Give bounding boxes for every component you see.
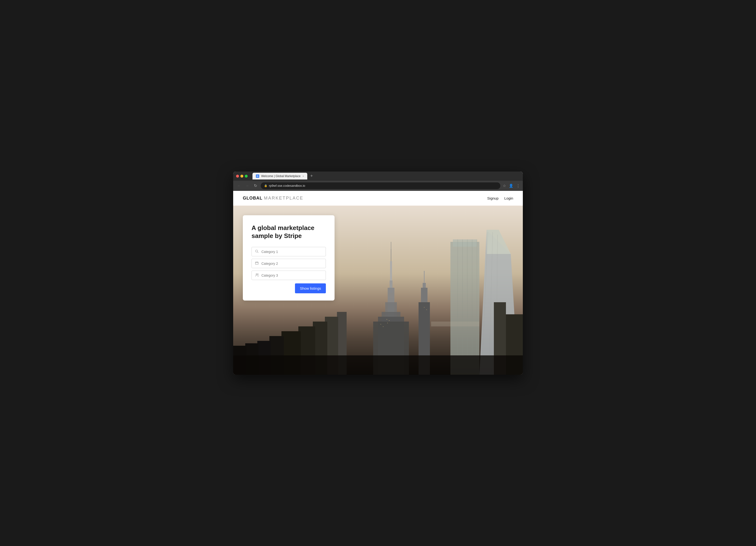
tab-title: Welcome | Global Marketplace [261,174,301,178]
logo-light: MARKETPLACE [264,196,303,200]
svg-rect-48 [255,262,258,264]
svg-rect-37 [431,322,479,327]
svg-point-52 [256,274,257,275]
category2-input[interactable] [261,261,322,265]
svg-line-47 [258,252,259,253]
svg-point-53 [258,274,259,275]
calendar-icon [255,261,259,265]
site-nav: GLOBAL MARKETPLACE Signup Login [233,191,523,205]
category1-input[interactable] [261,250,322,254]
svg-rect-43 [383,327,384,327]
category3-input[interactable] [261,274,322,278]
hero-title: A global marketplace sample by Stripe [252,224,326,240]
nav-links: Signup Login [487,196,513,200]
svg-rect-1 [450,242,479,375]
show-listings-button[interactable]: Show listings [295,284,326,293]
search-card: A global marketplace sample by Stripe [243,215,335,301]
svg-rect-40 [389,320,390,321]
tab-bar: G Welcome | Global Marketplace × + [252,173,315,179]
svg-rect-2 [453,239,477,247]
addressbar: ← → ↻ 🔒 rp9wf.sse.codesandbox.io ☆ 👤 ⋮ [233,181,523,191]
svg-rect-44 [424,307,425,308]
search-form: Show listings [252,247,326,293]
svg-rect-41 [387,323,388,323]
svg-rect-38 [233,355,523,375]
tab-close-icon[interactable]: × [302,175,304,177]
category1-field[interactable] [252,247,326,256]
traffic-lights [236,175,248,177]
back-button[interactable]: ← [236,183,242,189]
maximize-button[interactable] [245,175,248,177]
lock-icon: 🔒 [264,184,267,187]
bookmark-icon[interactable]: ☆ [503,183,506,188]
login-link[interactable]: Login [504,196,513,200]
category3-field[interactable] [252,270,326,280]
refresh-button[interactable]: ↻ [252,182,258,189]
page-content: GLOBAL MARKETPLACE Signup Login [233,191,523,375]
minimize-button[interactable] [240,175,243,177]
new-tab-button[interactable]: + [308,173,315,178]
signup-link[interactable]: Signup [487,196,499,200]
browser-window: G Welcome | Global Marketplace × + ← → ↻… [233,171,523,375]
close-button[interactable] [236,175,239,177]
menu-icon[interactable]: ⋮ [516,183,520,188]
svg-rect-39 [386,319,387,320]
people-icon [255,273,259,278]
addressbar-right: ☆ 👤 ⋮ [503,183,520,188]
category2-field[interactable] [252,259,326,268]
hero-section: A global marketplace sample by Stripe [233,205,523,375]
profile-icon[interactable]: 👤 [509,183,513,188]
logo: GLOBAL MARKETPLACE [243,196,303,201]
logo-bold: GLOBAL [243,196,262,200]
titlebar: G Welcome | Global Marketplace × + [233,171,523,181]
address-text: rp9wf.sse.codesandbox.io [269,184,305,187]
svg-rect-42 [380,324,381,325]
forward-button[interactable]: → [244,183,250,189]
svg-rect-45 [426,310,427,310]
search-icon [255,249,259,254]
active-tab[interactable]: G Welcome | Global Marketplace × [252,173,307,179]
address-field[interactable]: 🔒 rp9wf.sse.codesandbox.io [261,182,500,189]
tab-favicon: G [256,174,259,178]
